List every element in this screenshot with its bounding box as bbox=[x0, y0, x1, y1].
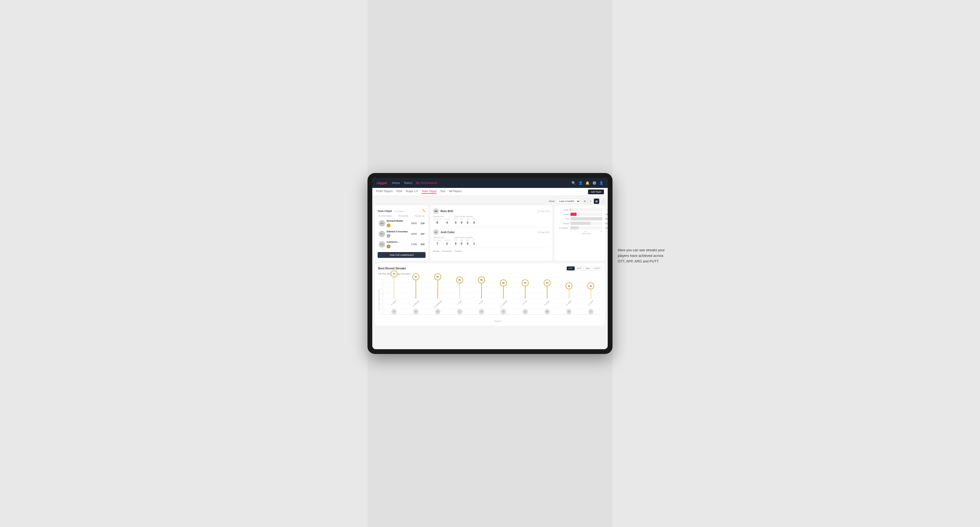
tournament-legend: Tournament bbox=[442, 250, 452, 252]
y-axis-title-wrapper: Best Streak, Fairway Accuracy bbox=[378, 277, 380, 322]
bar-label: Pars bbox=[557, 218, 570, 220]
ott-col-josh: OTT 0 bbox=[454, 239, 457, 246]
putt-label-josh: PUTT bbox=[472, 239, 476, 241]
nav-home[interactable]: Home bbox=[392, 181, 400, 184]
player-name-rotated: C. Quick bbox=[588, 300, 594, 306]
ott-val-josh: 0 bbox=[455, 242, 457, 245]
lollipop-circle: 5x bbox=[478, 276, 485, 284]
bar-container: 311 bbox=[570, 222, 602, 225]
lollipop-col: 4x D. Ford D bbox=[520, 279, 530, 314]
avatar-icon[interactable]: 👤 bbox=[599, 181, 603, 185]
view-full-leaderboard-button[interactable]: View Full Leaderboard bbox=[378, 252, 426, 258]
metric-app[interactable]: APP bbox=[575, 267, 583, 270]
lollipop-stem bbox=[460, 284, 460, 298]
y-tick-0: 0 bbox=[381, 313, 382, 314]
player-name-rotated: M. Miller bbox=[544, 300, 550, 306]
y-tick-5: 5 bbox=[381, 289, 382, 290]
user-icon[interactable]: 👤 bbox=[578, 181, 583, 185]
subnav-all-players[interactable]: All Players bbox=[449, 190, 461, 194]
subnav-tour[interactable]: Tour bbox=[440, 190, 445, 194]
player-avatar-lollipop: B bbox=[413, 309, 418, 314]
bell-icon[interactable]: 🔔 bbox=[585, 181, 590, 185]
lollipop-stem bbox=[394, 277, 395, 298]
bar-fill bbox=[570, 208, 571, 211]
lollipop-stem bbox=[503, 286, 504, 298]
edit-icon[interactable]: ✏️ bbox=[422, 209, 426, 212]
bar-fill bbox=[570, 213, 577, 216]
metric-arg[interactable]: ARG bbox=[584, 267, 592, 270]
list-view-toggle[interactable]: ≡ bbox=[588, 198, 593, 204]
lollipop-circle: 6x bbox=[434, 273, 441, 280]
rounds-group-rees: Total Rounds Tournament 8 Practice bbox=[433, 216, 450, 225]
lollipop-col: 5x J. Coles J bbox=[455, 276, 465, 314]
player-avatar-lollipop: E bbox=[391, 309, 396, 314]
annotation-text: Here you can see streaks your players ha… bbox=[618, 248, 671, 264]
grid-view-toggle[interactable]: ⊞ bbox=[582, 198, 587, 204]
rank-badge-3: 3 bbox=[387, 244, 390, 248]
subnav-hcaps[interactable]: Hcaps 1-5 bbox=[406, 190, 418, 194]
y-tick-6: 6 bbox=[381, 284, 382, 285]
bar-row: Pars 499 bbox=[557, 217, 602, 221]
card-stats-josh: Total Rounds Tournament 7 Practice bbox=[433, 237, 550, 246]
practice-col-rees: Practice 4 bbox=[444, 218, 450, 225]
tournament-col-josh: Tournament 7 bbox=[433, 239, 442, 246]
lollipop-col: 3x C. Quick C bbox=[585, 283, 596, 314]
main-content: Show Last 3 months ⊞ ≡ ▦ ↕ bbox=[372, 196, 608, 349]
lollipop-circle: 4x bbox=[522, 279, 529, 286]
rounds-row-josh: Tournament 7 Practice 2 bbox=[433, 239, 450, 246]
nav-teams[interactable]: Teams bbox=[404, 181, 412, 184]
leaderboard-panel: Team Clippd 14 Players ✏️ PLAYER NAME PB… bbox=[375, 205, 428, 260]
settings-icon[interactable]: ⚙️ bbox=[592, 181, 597, 185]
y-tick-2: 2 bbox=[381, 303, 382, 305]
app-label-josh: APP bbox=[460, 239, 463, 241]
streaks-section: Best Round Streaks OTT APP ARG PUTT Off … bbox=[375, 263, 605, 325]
add-team-button[interactable]: Add Team bbox=[588, 189, 604, 194]
period-select[interactable]: Last 3 months bbox=[556, 199, 581, 204]
practice-col-josh: Practice 2 bbox=[444, 239, 450, 246]
search-icon[interactable]: 🔍 bbox=[571, 181, 576, 185]
bar-axis-labels: 0 200 400 bbox=[557, 230, 602, 232]
y-tick-1: 1 bbox=[381, 308, 382, 310]
card-view-toggle[interactable]: ▦ bbox=[594, 198, 599, 204]
lollipop-chart: Best Streak, Fairway Accuracy 7 6 5 4 3 … bbox=[378, 277, 602, 322]
player-info-2: Edward Crossman 2 bbox=[387, 230, 410, 238]
streaks-header: Best Round Streaks OTT APP ARG PUTT bbox=[378, 267, 602, 270]
player-avatar-lollipop: J bbox=[457, 309, 462, 314]
player-name-rotated: R. Butler bbox=[566, 300, 572, 306]
practice-act-group-rees: Total Practice Activities OTT 0 APP bbox=[454, 216, 476, 225]
chart-area: 7x E. Ewert E 6x B. McHerg B 6x D. Billi… bbox=[383, 277, 602, 314]
bar-label: Bogeys bbox=[557, 222, 570, 224]
rounds-label-rees: Total Rounds bbox=[433, 216, 450, 217]
lollipop-col: 4x M. Miller M bbox=[542, 279, 552, 314]
metric-putt[interactable]: PUTT bbox=[593, 267, 602, 270]
player-name-3: Cameron... bbox=[387, 241, 410, 243]
player-avatar-lollipop: C bbox=[588, 309, 593, 314]
player-name-rotated: E. Crossman bbox=[499, 300, 508, 308]
table-view-toggle[interactable]: ↕ bbox=[600, 198, 605, 204]
table-header: PLAYER NAME PB SCORE PB AVG SQ bbox=[378, 215, 426, 218]
player-avg-1: 110 bbox=[418, 222, 425, 225]
subnav-pga[interactable]: PGA bbox=[396, 190, 402, 194]
rank-badge-2: 2 bbox=[387, 234, 390, 238]
putt-col-josh: PUTT 1 bbox=[472, 239, 476, 246]
bar-value: 499 bbox=[605, 218, 608, 220]
streaks-title: Best Round Streaks bbox=[378, 267, 406, 270]
practice-val-rees: 4 bbox=[446, 221, 448, 224]
card-date-josh: 26 Aug 2023 bbox=[538, 231, 550, 233]
card-name-josh: Josh Coles bbox=[441, 231, 538, 234]
tournament-val-rees: 8 bbox=[436, 221, 438, 224]
lollipop-stem bbox=[547, 286, 547, 298]
player-avg-3: 103 bbox=[418, 243, 425, 246]
tablet-screen: clippd Home Teams My Performance 🔍 👤 🔔 ⚙… bbox=[372, 178, 608, 349]
rounds-legend: Rounds Tournament Practice bbox=[433, 250, 550, 252]
practice-act-label-rees: Total Practice Activities bbox=[454, 216, 476, 217]
card-header-rees: RB Rees Britt 02 Sep 2023 bbox=[433, 208, 550, 214]
tournament-label-rees: Tournament bbox=[433, 218, 442, 220]
subnav-team-clippd[interactable]: Team Clippd bbox=[422, 190, 436, 194]
player-score-3: 17/20 bbox=[410, 243, 418, 246]
player-count: 14 Players bbox=[394, 210, 404, 213]
nav-my-performance[interactable]: My Performance bbox=[416, 181, 438, 184]
subnav-pgat[interactable]: PGAT Players bbox=[376, 190, 393, 194]
metric-ott[interactable]: OTT bbox=[567, 267, 575, 270]
card-name-rees: Rees Britt bbox=[441, 210, 538, 213]
